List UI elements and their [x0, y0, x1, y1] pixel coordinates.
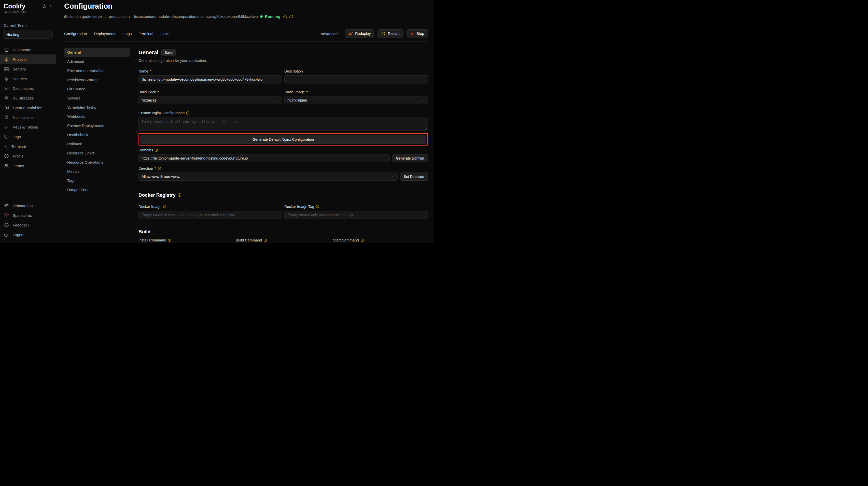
app-logo: Coolify [4, 3, 26, 10]
advanced-dropdown[interactable]: Advanced [320, 32, 342, 36]
sidebar-item-notifications[interactable]: Notifications [0, 112, 56, 122]
config-nav-webhooks[interactable]: Webhooks [64, 112, 130, 121]
name-input[interactable] [138, 75, 282, 84]
generate-domain-button[interactable]: Generate Domain [392, 154, 428, 162]
chevron-down-icon [421, 98, 425, 102]
map-icon [4, 86, 9, 91]
static-image-label: Static Image [284, 90, 305, 94]
nginx-config-textarea[interactable] [138, 117, 428, 131]
tab-configuration[interactable]: Configuration [64, 32, 87, 36]
user-icon [4, 154, 9, 159]
breadcrumb-project[interactable]: illicitonion quote server [64, 14, 103, 19]
sidebar-item-profile[interactable]: Profile [0, 151, 56, 161]
tag-icon [4, 134, 9, 139]
database-icon [4, 96, 9, 100]
config-nav-danger-zone[interactable]: Danger Zone [64, 185, 130, 194]
checklist-icon [4, 203, 9, 208]
tabs-divider [64, 41, 428, 42]
sidebar-item-servers[interactable]: Servers [0, 64, 56, 74]
resize-handle[interactable] [425, 128, 427, 130]
config-nav-rollback[interactable]: Rollback [64, 139, 130, 149]
key-icon [4, 125, 9, 130]
save-button[interactable]: Save [161, 49, 176, 56]
tab-logs[interactable]: Logs [123, 32, 132, 36]
direction-select[interactable]: Allow www & non-www. [138, 172, 398, 181]
team-select[interactable]: Hosting [3, 30, 53, 39]
domains-input[interactable] [138, 154, 390, 162]
build-pack-label: Build Pack [138, 90, 156, 94]
description-input[interactable] [284, 75, 428, 84]
logout-icon [4, 232, 9, 237]
tab-terminal[interactable]: Terminal [139, 32, 153, 36]
config-nav-preview-deployments[interactable]: Preview Deployments [64, 121, 130, 130]
tab-deployments[interactable]: Deployments [94, 32, 116, 36]
breadcrumb-application[interactable]: illicitestonion/-module--decomposition:m… [133, 14, 258, 19]
config-nav-servers[interactable]: Servers [64, 94, 130, 103]
config-nav: General Advanced Environment Variables P… [64, 48, 130, 243]
sidebar-item-shared-variables[interactable]: (x) Shared Variables [0, 103, 56, 112]
server-icon [4, 67, 9, 71]
info-icon [163, 205, 166, 208]
info-icon [155, 148, 158, 152]
info-icon [168, 238, 171, 242]
start-command-label: Start Command [333, 238, 359, 242]
config-nav-tags[interactable]: Tags [64, 176, 130, 185]
sidebar-item-sponsor[interactable]: Sponsor us [0, 210, 56, 220]
tabs-row: Configuration Deployments Logs Terminal … [64, 29, 428, 38]
config-nav-resource-limits[interactable]: Resource Limits [64, 149, 130, 158]
config-nav-general[interactable]: General [64, 48, 130, 57]
config-nav-resource-operations[interactable]: Resource Operations [64, 158, 130, 167]
status-running-link[interactable]: Running [265, 14, 280, 19]
sidebar-item-feedback[interactable]: Feedback [0, 220, 56, 230]
stop-icon [410, 32, 414, 36]
home-icon [4, 47, 9, 52]
info-icon [264, 238, 267, 242]
description-label: Description [284, 69, 303, 73]
users-icon [4, 163, 9, 168]
chevrons-up-down-icon [170, 32, 174, 35]
sidebar-item-projects[interactable]: Projects [0, 55, 56, 64]
sidebar-item-teams[interactable]: Teams [0, 161, 56, 170]
info-icon [361, 238, 364, 242]
chevrons-up-down-icon [339, 32, 342, 35]
sidebar-item-dashboard[interactable]: Dashboard [0, 45, 56, 55]
config-nav-persistent-storage[interactable]: Persistent Storage [64, 75, 130, 85]
set-direction-button[interactable]: Set Direction [400, 172, 428, 181]
breadcrumb-environment[interactable]: production [109, 14, 127, 19]
section-heading-build: Build [138, 229, 151, 235]
sidebar-item-destinations[interactable]: Destinations [0, 84, 56, 93]
config-nav-healthcheck[interactable]: Healthcheck [64, 130, 130, 139]
config-nav-advanced[interactable]: Advanced [64, 57, 130, 66]
build-pack-select[interactable]: Nixpacks [138, 96, 282, 104]
bell-icon [4, 115, 9, 120]
warning-icon [283, 14, 287, 19]
build-command-label: Build Command [236, 238, 262, 242]
tab-links[interactable]: Links [160, 32, 174, 36]
sidebar-item-terminal[interactable]: >_ Terminal [0, 141, 56, 151]
sidebar-item-onboarding[interactable]: Onboarding [0, 201, 56, 210]
sun-icon[interactable] [42, 4, 47, 8]
config-nav-scheduled-tasks[interactable]: Scheduled Tasks [64, 103, 130, 112]
refresh-icon[interactable] [289, 14, 293, 19]
theme-chevrons-icon[interactable] [49, 5, 52, 8]
config-nav-metrics[interactable]: Metrics [64, 167, 130, 176]
help-icon [4, 223, 9, 227]
sidebar-item-logout[interactable]: Logout [0, 230, 56, 239]
sidebar-item-keys-tokens[interactable]: Keys & Tokens [0, 122, 56, 132]
sidebar-item-s3-storages[interactable]: S3 Storages [0, 93, 56, 103]
current-team-label: Current Team [0, 14, 56, 28]
sidebar-item-tags[interactable]: Tags [0, 132, 56, 141]
chevron-right-icon: › [129, 14, 130, 19]
static-image-select[interactable]: nginx:alpine [284, 96, 428, 104]
config-nav-environment-variables[interactable]: Environment Variables [64, 66, 130, 75]
config-nav-git-source[interactable]: Git Source [64, 85, 130, 94]
status-dot [260, 15, 263, 18]
rocket-icon [348, 32, 353, 36]
redeploy-button[interactable]: Redeploy [345, 29, 374, 38]
stop-button[interactable]: Stop [406, 29, 428, 38]
sidebar-item-sources[interactable]: Sources [0, 74, 56, 84]
docker-image-input[interactable] [138, 211, 282, 219]
docker-image-tag-input[interactable] [284, 211, 428, 219]
generate-nginx-config-button[interactable]: Generate Default Nginx Configuration [140, 135, 426, 144]
restart-button[interactable]: Restart [377, 29, 403, 38]
